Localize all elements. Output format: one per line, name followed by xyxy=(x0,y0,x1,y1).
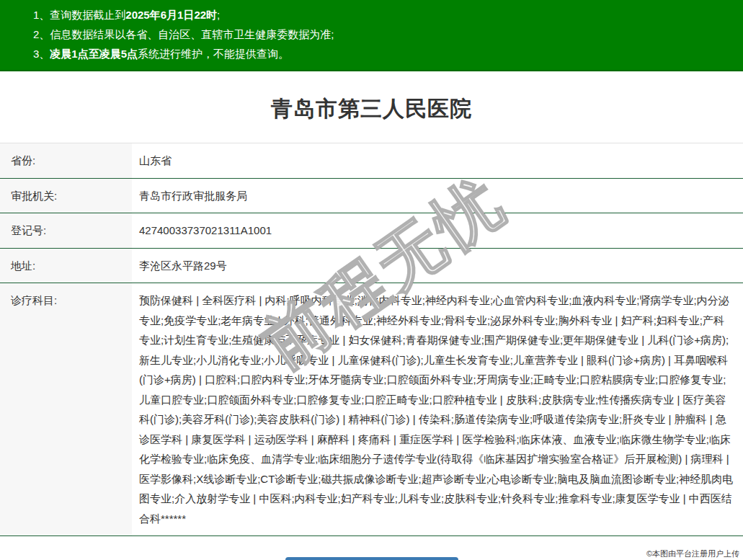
notice-item-3: 3、凌晨1点至凌晨5点系统进行维护，不能提供查询。 xyxy=(0,44,743,63)
notice-item-1: 1、查询数据截止到2025年6月1日22时; xyxy=(0,5,743,25)
notice-number: 1、 xyxy=(33,9,50,21)
notice-number: 3、 xyxy=(33,48,50,60)
notice-text: 信息数据结果以各省、自治区、直辖市卫生健康委数据为准; xyxy=(50,28,334,40)
notice-banner: 1、查询数据截止到2025年6月1日22时; 2、信息数据结果以各省、自治区、直… xyxy=(0,0,743,71)
notice-text-bold: 凌晨1点至凌晨5点 xyxy=(50,48,138,60)
notice-number: 2、 xyxy=(33,28,50,40)
notice-item-2: 2、信息数据结果以各省、自治区、直辖市卫生健康委数据为准; xyxy=(0,25,743,44)
table-row-medical-departments: 诊疗科目: 预防保健科 | 全科医疗科 | 内科;呼吸内科专业;消化内科专业;神… xyxy=(0,283,743,536)
notice-text: ; xyxy=(217,9,220,21)
notice-text: 系统进行维护，不能提供查询。 xyxy=(138,48,289,60)
table-row-registration-number: 登记号: 42740033737021311A1001 xyxy=(0,213,743,249)
row-label: 审批机关: xyxy=(0,179,132,213)
row-label: 省份: xyxy=(0,143,132,178)
row-value: 42740033737021311A1001 xyxy=(132,213,743,248)
table-row-approval-authority: 审批机关: 青岛市行政审批服务局 xyxy=(0,179,743,214)
row-value: 山东省 xyxy=(132,143,743,178)
row-label: 地址: xyxy=(0,249,132,283)
row-value: 李沧区永平路29号 xyxy=(132,249,743,283)
upload-attribution: ©本图由平台注册用户上传 xyxy=(646,548,739,559)
row-label: 诊疗科目: xyxy=(0,283,132,535)
page-title: 青岛市第三人民医院 xyxy=(0,94,743,124)
info-table: 省份: 山东省 审批机关: 青岛市行政审批服务局 登记号: 4274003373… xyxy=(0,143,743,536)
notice-text-bold: 2025年6月1日22时 xyxy=(125,9,217,21)
row-label: 登记号: xyxy=(0,213,132,248)
close-window-button[interactable]: 〖关闭窗口〗 xyxy=(285,557,458,560)
row-value: 预防保健科 | 全科医疗科 | 内科;呼吸内科专业;消化内科专业;神经内科专业;… xyxy=(132,283,743,535)
notice-text: 查询数据截止到 xyxy=(50,9,125,21)
row-value: 青岛市行政审批服务局 xyxy=(132,179,743,213)
table-row-address: 地址: 李沧区永平路29号 xyxy=(0,249,743,284)
table-row-province: 省份: 山东省 xyxy=(0,143,743,179)
